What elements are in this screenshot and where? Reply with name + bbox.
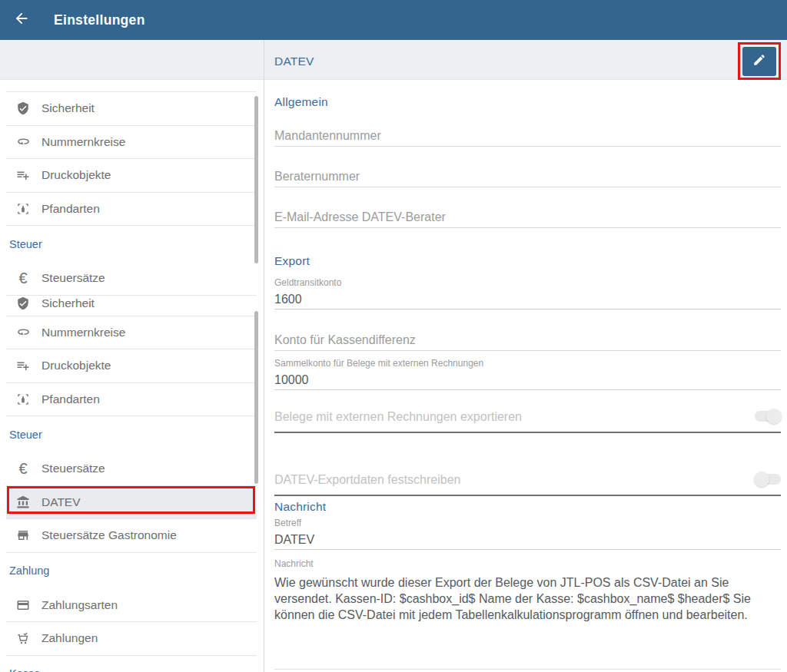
toggle-label: DATEV-Exportdaten festschreiben <box>274 473 461 486</box>
sidebar-item-pfandarten[interactable]: Pfandarten <box>6 383 257 417</box>
sidebar-section-steuer: Steuer <box>6 416 257 452</box>
sidebar-scrollbar[interactable] <box>254 96 258 263</box>
euro-icon: € <box>15 271 32 285</box>
sidebar-section-kasse: Kasse <box>6 656 257 672</box>
datev-settings-panel: AllgemeinMandantennummerBeraternummerE-M… <box>264 79 787 672</box>
field-label: Betreff <box>274 518 781 528</box>
sidebar-item-label: Sicherheit <box>42 101 95 115</box>
bank-icon <box>15 495 32 509</box>
panel-divider <box>264 40 264 672</box>
toggle-row-datev-exportdaten-festschreiben: DATEV-Exportdaten festschreiben <box>274 473 781 496</box>
field-mandantennummer[interactable]: Mandantennummer <box>274 129 781 147</box>
sidebar-item-label: Zahlungsarten <box>42 598 118 612</box>
field-sammelkonto-fuer-belege-mit-externen-rechnungen[interactable]: Sammelkonto für Belege mit externen Rech… <box>274 358 781 390</box>
loop-arrow-icon <box>15 325 32 339</box>
sidebar-scrollbar[interactable] <box>254 311 258 484</box>
field-label: Sammelkonto für Belege mit externen Rech… <box>274 358 781 369</box>
playlist-add-icon <box>15 359 32 372</box>
sidebar-item-label: Druckobjekte <box>42 168 111 182</box>
message-field[interactable]: Wie gewünscht wurde dieser Export der Be… <box>274 574 781 623</box>
sidebar-item-label: Steuersätze <box>42 462 105 475</box>
settings-screen: Einstellungen DATEV SicherheitNummernkre… <box>0 0 787 672</box>
sidebar-item-label: DATEV <box>42 495 81 509</box>
panel-header: DATEV <box>0 40 787 80</box>
back-button[interactable] <box>6 5 37 35</box>
sidebar-item-druckobjekte[interactable]: Druckobjekte <box>6 349 257 383</box>
sidebar-item-label: Steuersätze Gastronomie <box>42 528 177 542</box>
arrow-left-icon <box>13 10 30 30</box>
panel-title: DATEV <box>274 55 314 68</box>
field-nachricht-text: NachrichtWie gewünscht wurde dieser Expo… <box>274 558 781 623</box>
loop-arrow-icon <box>15 134 32 149</box>
sidebar-item-zahlungsarten[interactable]: Zahlungsarten <box>6 589 257 623</box>
page-title: Einstellungen <box>54 12 145 28</box>
field-value[interactable]: DATEV <box>274 533 781 550</box>
field-konto-fuer-kassendifferenz[interactable]: Konto für Kassendifferenz <box>274 333 781 351</box>
field-beraternummer[interactable]: Beraternummer <box>274 170 781 187</box>
shield-check-icon <box>15 296 32 310</box>
sidebar-item-label: Nummernkreise <box>42 326 125 339</box>
deposit-scan-icon <box>15 202 32 216</box>
sidebar-item-steuersaetze-gastronomie[interactable]: Steuersätze Gastronomie <box>6 519 257 553</box>
sidebar-section-zahlung: Zahlung <box>6 553 257 589</box>
sidebar-item-steuersaetze[interactable]: €Steuersätze <box>6 262 257 296</box>
pencil-icon <box>752 53 766 70</box>
shield-check-icon <box>15 101 32 115</box>
field-geldtransitkonto[interactable]: Geldtransitkonto1600 <box>274 277 781 310</box>
cart-check-icon <box>15 631 32 646</box>
sidebar-item-druckobjekte[interactable]: Druckobjekte <box>6 159 257 193</box>
sidebar-item-sicherheit[interactable]: Sicherheit <box>6 92 257 126</box>
credit-card-icon <box>15 598 32 612</box>
sidebar-item-pfandarten[interactable]: Pfandarten <box>6 193 257 227</box>
field-value[interactable]: 10000 <box>274 373 781 390</box>
sidebar-item-label: Druckobjekte <box>42 359 111 372</box>
field-value[interactable]: 1600 <box>274 293 781 310</box>
toggle-row-belege-mit-externen-rechnungen-exportieren: Belege mit externen Rechnungen exportier… <box>274 410 781 433</box>
sidebar-item-zahlungen[interactable]: Zahlungen <box>6 622 257 656</box>
toggle-knob <box>766 409 782 424</box>
sidebar-item-label: Zahlungen <box>42 631 98 645</box>
field-label: Nachricht <box>274 558 781 569</box>
section-header-allgemein: Allgemein <box>274 95 781 109</box>
sidebar-item-label: Pfandarten <box>42 202 100 216</box>
sidebar-item-label: Sicherheit <box>42 296 95 310</box>
sidebar-item-label: Pfandarten <box>42 392 100 406</box>
sidebar-item-nummernkreise[interactable]: Nummernkreise <box>6 316 257 350</box>
sidebar-section-steuer: Steuer <box>6 226 257 262</box>
sidebar-item-sicherheit[interactable]: Sicherheit <box>6 296 257 316</box>
field-betreff[interactable]: BetreffDATEV <box>274 518 781 550</box>
euro-icon: € <box>15 462 32 475</box>
settings-sidebar: SicherheitNummernkreiseDruckobjektePfand… <box>0 79 264 672</box>
toggle-switch-off[interactable] <box>755 474 781 485</box>
toggle-label: Belege mit externen Rechnungen exportier… <box>274 410 522 423</box>
edit-button[interactable] <box>742 47 776 76</box>
sidebar-item-steuersaetze[interactable]: €Steuersätze <box>6 452 257 486</box>
storefront-icon <box>15 528 32 542</box>
sidebar-item-label: Steuersätze <box>42 271 105 285</box>
sidebar-item-nummernkreise[interactable]: Nummernkreise <box>6 126 257 160</box>
sidebar-list: SicherheitNummernkreiseDruckobjektePfand… <box>6 91 257 672</box>
message-underline <box>274 669 781 670</box>
toggle-knob <box>754 472 769 487</box>
toggle-switch-on[interactable] <box>755 411 781 422</box>
sidebar-item-datev[interactable]: DATEV <box>6 486 257 520</box>
playlist-add-icon <box>15 168 32 182</box>
section-header-nachricht: Nachricht <box>274 500 781 514</box>
sidebar-item-label: Nummernkreise <box>42 135 125 149</box>
deposit-scan-icon <box>15 392 32 406</box>
field-e-mail-adresse-datev-berater[interactable]: E-Mail-Adresse DATEV-Berater <box>274 210 781 228</box>
app-bar: Einstellungen <box>0 0 787 40</box>
field-label: Geldtransitkonto <box>274 277 781 288</box>
section-header-export: Export <box>274 254 781 268</box>
